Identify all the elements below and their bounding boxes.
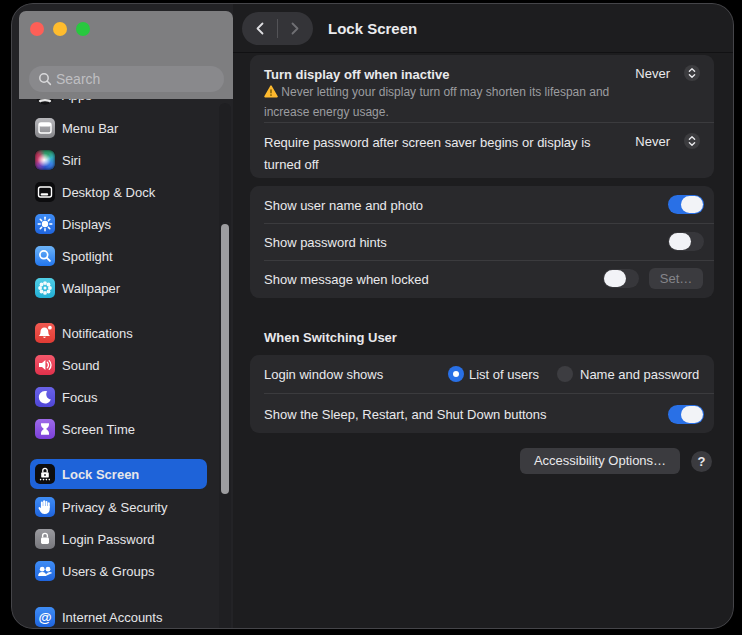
svg-text:@: @ (38, 610, 51, 625)
